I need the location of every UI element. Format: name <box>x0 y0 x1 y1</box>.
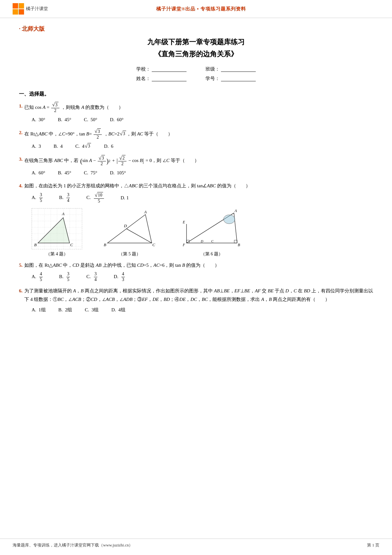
q3-text: 在锐角三角形 ABC 中，若 ( sin A − √3 2 ) 2 + <box>24 155 199 167</box>
q2-opt-a: A. 3 <box>32 142 41 151</box>
q4-options: A. 3 5 B. 3 4 C. √10 5 <box>32 192 373 204</box>
content: · 北师大版 九年级下册第一章专项题库练习 《直角三角形的边角关系》 学校： 班… <box>0 18 392 331</box>
form-row-1: 学校： 班级： <box>19 65 373 73</box>
q4-opt-d: D. 1 <box>120 194 129 202</box>
q6-number: 6. <box>19 287 22 295</box>
q5-opt-b: B. 3 5 <box>59 271 70 283</box>
q1-options: A. 30° B. 45° C. 50° D. 60° <box>32 115 373 124</box>
svg-text:A: A <box>144 209 147 214</box>
q2-text: 在 Rt△ABC 中，∠C=90°，tan B= √3 2 ，BC=2√3，则 … <box>24 128 173 140</box>
q6-text: 为了测量被池塘隔开的 A，B 两点之间的距离，根据实际情况，作出如图所示的图形，… <box>24 287 373 304</box>
svg-text:D: D <box>124 223 127 228</box>
svg-text:C: C <box>70 242 73 247</box>
q6-options: A. 1组 B. 2组 C. 3组 D. 4组 <box>32 306 373 314</box>
school-underline[interactable] <box>152 66 187 72</box>
q2-opt-d: D. 6 <box>104 142 113 151</box>
q6-opt-a: A. 1组 <box>32 306 46 314</box>
q1-opt-c: C. 50° <box>84 115 97 124</box>
q3-opt-d: D. 105° <box>110 169 126 177</box>
q6-opt-d: D. 4组 <box>111 306 126 314</box>
field-id: 学号： <box>205 75 256 82</box>
q3-options: A. 60° B. 45° C. 75° D. 105° <box>32 169 373 177</box>
diagram-6-svg: A B E F D C <box>177 208 247 249</box>
svg-text:E: E <box>182 220 185 224</box>
logo-area: 橘子汁课堂 <box>13 3 48 15</box>
q2-options: A. 3 B. 4 C. 4√3 D. 6 <box>32 142 373 151</box>
q3-opt-c: C. 75° <box>84 169 97 177</box>
header: 橘子汁课堂 橘子汁课堂®出品 • 专项练习题系列资料 <box>0 0 392 18</box>
svg-text:B: B <box>104 242 106 247</box>
class-underline[interactable] <box>221 66 256 72</box>
q1-opt-a: A. 30° <box>32 115 45 124</box>
svg-text:B: B <box>34 242 37 247</box>
question-2: 2. 在 Rt△ABC 中，∠C=90°，tan B= √3 2 ，BC=2√3… <box>19 128 373 151</box>
diagram-5-label: （第 5 题） <box>119 251 141 258</box>
page: 橘子汁课堂 橘子汁课堂®出品 • 专项练习题系列资料 · 北师大版 九年级下册第… <box>0 0 392 555</box>
svg-rect-1 <box>19 3 24 9</box>
q1-opt-b: B. 45° <box>58 115 71 124</box>
q1-text: 已知 cos A = √3 2 ，则锐角 A 的度数为（ ） <box>24 102 123 114</box>
header-title: 橘子汁课堂®出品 • 专项练习题系列资料 <box>156 5 246 13</box>
diagram-5-svg: A B C D <box>101 208 158 249</box>
q2-opt-b: B. 4 <box>54 142 63 151</box>
svg-marker-9 <box>107 215 152 243</box>
diagrams-row: A B C （第 4 题） A B C D <box>32 208 360 258</box>
svg-rect-3 <box>19 9 24 15</box>
q3-opt-b: B. 45° <box>58 169 71 177</box>
edition-label: · 北师大版 <box>19 24 373 34</box>
question-5: 5. 如图，在 Rt△ABC 中，CD 是斜边 AB 上的中线，已知 CD=5，… <box>19 261 373 283</box>
q5-number: 5. <box>19 261 22 270</box>
svg-line-10 <box>126 229 152 243</box>
field-school: 学校： <box>136 65 187 73</box>
form-row-2: 姓名： 学号： <box>19 75 373 82</box>
q1-number: 1. <box>19 102 22 110</box>
diagram-5: A B C D （第 5 题） <box>101 208 158 258</box>
field-name: 姓名： <box>136 75 187 82</box>
q2-opt-c: C. 4√3 <box>75 142 91 151</box>
id-underline[interactable] <box>221 76 256 81</box>
field-class: 班级： <box>205 65 256 73</box>
footer-left: 海量题库、专项训练，进入橘子汁课堂官网下载（www.juzizhi.cn） <box>13 542 133 549</box>
q3-number: 3. <box>19 155 22 164</box>
diagram-4-label: （第 4 题） <box>46 251 68 258</box>
q4-number: 4. <box>19 182 22 190</box>
q4-opt-a: A. 3 5 <box>32 192 43 203</box>
diagram-6: A B E F D C （第 6 题） <box>177 208 247 258</box>
q4-text: 如图，在由边长为 1 的小正方形组成的网格中，△ABC 的三个顶点均在格点上，则… <box>24 182 250 190</box>
q5-options: A. 4 5 B. 3 5 C. 3 4 <box>32 271 373 283</box>
q6-opt-c: C. 3组 <box>85 306 99 314</box>
q2-number: 2. <box>19 128 22 137</box>
doc-title-line2: 《直角三角形的边角关系》 <box>19 48 373 59</box>
q5-opt-c: C. 3 4 <box>86 271 98 283</box>
question-4: 4. 如图，在由边长为 1 的小正方形组成的网格中，△ABC 的三个顶点均在格点… <box>19 182 373 204</box>
svg-text:D: D <box>200 239 203 243</box>
logo-text: 橘子汁课堂 <box>26 5 48 12</box>
q3-opt-a: A. 60° <box>32 169 45 177</box>
svg-rect-2 <box>13 9 18 15</box>
svg-rect-0 <box>13 3 18 9</box>
doc-title-line1: 九年级下册第一章专项题库练习 <box>19 37 373 47</box>
svg-point-22 <box>224 215 235 224</box>
q4-opt-c: C. √10 5 <box>86 192 105 204</box>
q1-opt-d: D. 60° <box>110 115 124 124</box>
question-3: 3. 在锐角三角形 ABC 中，若 ( sin A − √3 2 ) 2 <box>19 155 373 177</box>
q5-text: 如图，在 Rt△ABC 中，CD 是斜边 AB 上的中线，已知 CD=5，AC=… <box>24 261 219 270</box>
svg-text:F: F <box>182 243 185 247</box>
section-title-1: 一、选择题。 <box>19 90 373 98</box>
q4-opt-b: B. 3 4 <box>59 192 70 203</box>
q5-opt-a: A. 4 5 <box>32 271 43 283</box>
diagram-6-label: （第 6 题） <box>201 251 223 258</box>
question-6: 6. 为了测量被池塘隔开的 A，B 两点之间的距离，根据实际情况，作出如图所示的… <box>19 287 373 314</box>
footer: 海量题库、专项训练，进入橘子汁课堂官网下载（www.juzizhi.cn） 第 … <box>0 539 392 549</box>
footer-right: 第 1 页 <box>367 542 379 549</box>
svg-text:A: A <box>62 211 64 216</box>
logo-icon <box>13 3 24 15</box>
svg-text:C: C <box>211 239 214 243</box>
svg-text:B: B <box>238 243 240 247</box>
question-1: 1. 已知 cos A = √3 2 ，则锐角 A 的度数为（ ） A. 30°… <box>19 102 373 124</box>
q6-opt-b: B. 2组 <box>58 306 72 314</box>
svg-text:C: C <box>152 242 155 247</box>
name-underline[interactable] <box>152 76 187 81</box>
svg-text:A: A <box>234 209 237 213</box>
q5-opt-d: D. 4 3 <box>114 271 126 283</box>
